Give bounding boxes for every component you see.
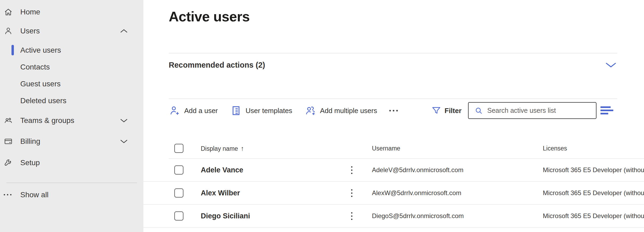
column-header-display-name[interactable]: Display name↑ [201,145,244,152]
username-cell: AdeleV@5drrlv.onmicrosoft.com [372,166,464,174]
recommended-actions-section[interactable]: Recommended actions (2) [169,57,617,73]
wrench-icon [4,158,13,167]
sidebar-item-users[interactable]: Users [0,22,143,39]
row-checkbox[interactable] [174,188,183,198]
more-actions-button[interactable] [389,110,398,111]
home-icon [4,7,13,17]
username-cell: DiegoS@5drrlv.onmicrosoft.com [372,212,464,220]
button-label: User templates [246,107,292,115]
sort-ascending-icon: ↑ [241,145,244,152]
row-checkbox[interactable] [174,165,183,175]
kebab-menu-icon[interactable] [347,211,356,221]
sidebar-item-teams-groups[interactable]: Teams & groups [0,112,143,129]
chevron-down-icon[interactable] [120,118,128,123]
display-name-cell[interactable]: Diego Siciliani [201,212,250,220]
sidebar-item-guest-users[interactable]: Guest users [0,75,143,92]
licenses-cell: Microsoft 365 E5 Developer (withou [543,166,644,174]
chevron-up-icon[interactable] [120,28,128,34]
sidebar-item-label: Teams & groups [20,116,74,125]
licenses-cell: Microsoft 365 E5 Developer (withou [543,189,644,197]
username-cell: AlexW@5drrlv.onmicrosoft.com [372,189,461,197]
sidebar-item-label: Active users [20,46,61,55]
selected-indicator [11,45,14,55]
display-name-cell[interactable]: Adele Vance [201,166,243,174]
sidebar-divider [6,183,137,183]
sidebar-item-active-users[interactable]: Active users [0,42,143,59]
divider [169,53,617,53]
people-group-icon [4,116,13,125]
ellipsis-icon [4,190,13,199]
sidebar-item-deleted-users[interactable]: Deleted users [0,92,143,109]
person-add-icon [169,105,180,117]
licenses-cell: Microsoft 365 E5 Developer (withou [543,212,644,220]
sidebar-item-label: Setup [20,158,40,167]
filter-icon [431,106,441,116]
filter-button[interactable]: Filter [431,103,462,119]
page-title: Active users [169,9,250,25]
ellipsis-icon [389,110,398,111]
table-row[interactable]: Diego Siciliani DiegoS@5drrlv.onmicrosof… [143,205,644,228]
recommended-actions-label: Recommended actions (2) [169,61,265,69]
sidebar-item-label: Contacts [20,63,50,71]
actions-toolbar: Add a user User templates Add multiple u… [169,103,398,119]
sidebar-item-home[interactable]: Home [0,3,143,20]
add-multiple-users-button[interactable]: Add multiple users [305,105,377,117]
divider [169,98,617,99]
button-label: Add a user [184,107,218,115]
column-header-username[interactable]: Username [372,145,400,152]
table-row[interactable]: Alex Wilber AlexW@5drrlv.onmicrosoft.com… [143,182,644,205]
sidebar-item-label: Show all [20,191,49,199]
sidebar-item-show-all[interactable]: Show all [0,186,143,203]
left-navigation: Home Users Active users Contacts Guest u… [0,0,143,232]
row-checkbox[interactable] [174,211,183,221]
user-templates-button[interactable]: User templates [230,105,292,117]
button-label: Add multiple users [320,107,377,115]
kebab-menu-icon[interactable] [347,165,356,175]
main-content: Active users Recommended actions (2) Add… [143,0,644,232]
sidebar-item-label: Guest users [20,80,61,88]
sidebar-item-label: Users [20,27,40,35]
sort-lines-icon[interactable] [600,106,617,116]
chevron-down-icon[interactable] [605,62,617,68]
sidebar-item-label: Home [20,8,40,16]
column-header-licenses[interactable]: Licenses [543,145,567,152]
search-icon [474,106,484,115]
sidebar-item-billing[interactable]: Billing [0,133,143,150]
search-input[interactable] [487,103,594,118]
filter-label: Filter [445,107,462,115]
table-header: Display name↑ Username Licenses [143,138,644,158]
sidebar-item-label: Deleted users [20,96,66,105]
display-name-cell[interactable]: Alex Wilber [201,189,240,197]
people-add-icon [305,105,316,117]
add-user-button[interactable]: Add a user [169,105,218,117]
template-list-icon [230,105,242,117]
search-box [468,102,596,119]
credit-card-icon [4,137,13,146]
chevron-down-icon[interactable] [120,139,128,144]
table-row[interactable]: Adele Vance AdeleV@5drrlv.onmicrosoft.co… [143,159,644,182]
person-icon [4,26,13,36]
sidebar-item-label: Billing [20,137,40,146]
kebab-menu-icon[interactable] [347,188,356,198]
sidebar-item-contacts[interactable]: Contacts [0,59,143,75]
select-all-checkbox[interactable] [174,144,183,153]
sidebar-item-setup[interactable]: Setup [0,154,143,171]
